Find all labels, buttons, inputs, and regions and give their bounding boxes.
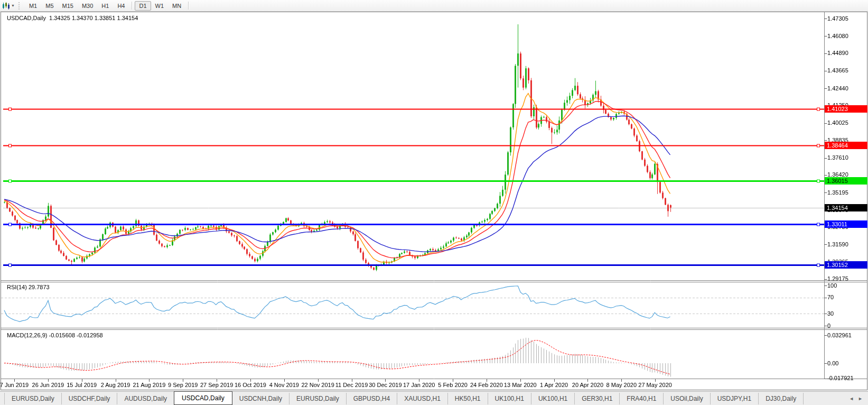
timeframe-button-h4[interactable]: H4 — [113, 1, 129, 11]
symbol-tab-hk50-h1[interactable]: HK50,H1 — [448, 393, 488, 404]
price-tick-label: 1.43665 — [827, 67, 866, 74]
symbol-tab-eurusd-daily[interactable]: EURUSD,Daily — [4, 393, 62, 404]
date-tick-label: 27 May 2020 — [633, 382, 677, 388]
price-tick-label: 1.37610 — [827, 154, 866, 161]
price-line-label: 1.38464 — [825, 142, 867, 149]
macd-tick-label: -0.017921 — [827, 375, 866, 382]
symbol-tab-dj30-daily[interactable]: DJ30,Daily — [759, 393, 804, 404]
toolbar-grip — [18, 2, 21, 10]
symbol-tab-xauusd-h1[interactable]: XAUUSD,H1 — [397, 393, 448, 404]
symbol-tab-audusd-daily[interactable]: AUDUSD,Daily — [117, 393, 174, 404]
timeframe-button-h1[interactable]: H1 — [97, 1, 113, 11]
timeframe-button-w1[interactable]: W1 — [151, 1, 169, 11]
price-tick-label: 1.46080 — [827, 33, 866, 40]
symbol-tab-uk100-h1[interactable]: UK100,H1 — [531, 393, 575, 404]
price-tick-label: 1.31590 — [827, 241, 866, 248]
price-tick-label: 1.44890 — [827, 50, 866, 57]
symbol-tab-usoil-daily[interactable]: USOil,Daily — [664, 393, 710, 404]
symbol-tab-uk100-h1[interactable]: UK100,H1 — [488, 393, 531, 404]
tab-scroll-buttons: ◄ ► — [849, 396, 863, 401]
symbol-tab-eurusd-daily[interactable]: EURUSD,Daily — [290, 393, 347, 404]
price-line-label: 1.30152 — [825, 261, 867, 269]
timeframe-button-d1[interactable]: D1 — [135, 1, 151, 11]
price-chart-canvas[interactable] — [0, 12, 868, 390]
timeframe-button-m15[interactable]: M15 — [58, 1, 78, 11]
price-tick-label: 1.35195 — [827, 189, 866, 196]
symbol-tab-ger30-h1[interactable]: GER30,H1 — [575, 393, 620, 404]
price-line-label: 1.36015 — [825, 177, 867, 185]
symbol-tab-gbpusd-h4[interactable]: GBPUSD,H4 — [347, 393, 397, 404]
symbol-tab-fra40-h1[interactable]: FRA40,H1 — [620, 393, 664, 404]
macd-tick-label: 0.00 — [827, 360, 866, 367]
price-line-label: 1.33011 — [825, 220, 867, 228]
rsi-tick-label: 70 — [827, 294, 866, 301]
price-tick-label: 1.47305 — [827, 15, 866, 22]
price-line-label: 1.41023 — [825, 105, 867, 113]
price-tick-label: 1.42440 — [827, 85, 866, 92]
tab-scroll-right-icon[interactable]: ► — [858, 396, 863, 401]
timeframe-button-mn[interactable]: MN — [168, 1, 185, 11]
toolbar-separator — [132, 2, 132, 10]
rsi-tick-label: 30 — [827, 310, 866, 317]
symbol-tab-usdcnh-daily[interactable]: USDCNH,Daily — [232, 393, 290, 404]
candlestick-chart-icon[interactable] — [2, 2, 11, 10]
rsi-tick-label: 0 — [827, 323, 866, 329]
tab-scroll-left-icon[interactable]: ◄ — [849, 396, 854, 401]
symbol-tab-usdcad-daily[interactable]: USDCAD,Daily — [174, 391, 232, 405]
rsi-tick-label: 100 — [827, 282, 866, 289]
symbol-tab-usdchf-daily[interactable]: USDCHF,Daily — [62, 393, 118, 404]
dropdown-caret-icon[interactable]: ▼ — [11, 4, 15, 7]
symbol-tabs: EURUSD,DailyUSDCHF,DailyAUDUSD,DailyUSDC… — [4, 392, 804, 405]
timeframe-button-m30[interactable]: M30 — [78, 1, 97, 11]
timeframe-button-m1[interactable]: M1 — [25, 1, 41, 11]
toolbar: ▼ M1 M5 M15 M30 H1 H4 D1 W1 MN — [0, 0, 868, 12]
macd-tick-label: 0.032961 — [827, 332, 866, 339]
symbol-tab-usdjpy-h1[interactable]: USDJPY,H1 — [711, 393, 759, 404]
price-tick-label: 1.40025 — [827, 119, 866, 126]
timeframe-button-m5[interactable]: M5 — [41, 1, 58, 11]
toolbar-separator — [188, 2, 189, 10]
current-price-label: 1.34154 — [825, 204, 867, 211]
symbol-tab-bar: EURUSD,DailyUSDCHF,DailyAUDUSD,DailyUSDC… — [0, 391, 868, 405]
